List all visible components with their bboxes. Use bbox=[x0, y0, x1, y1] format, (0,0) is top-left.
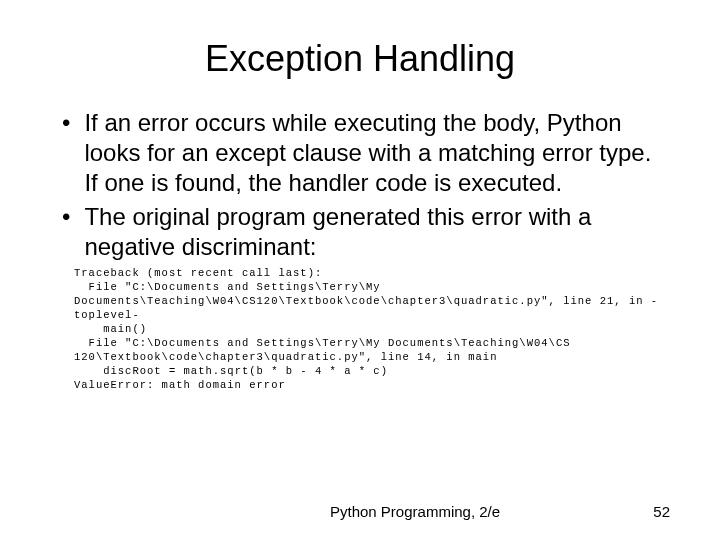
slide-footer: Python Programming, 2/e 52 bbox=[0, 503, 720, 520]
bullet-item: • If an error occurs while executing the… bbox=[62, 108, 660, 198]
bullet-text: If an error occurs while executing the b… bbox=[84, 108, 660, 198]
bullet-marker: • bbox=[62, 108, 70, 138]
bullet-text: The original program generated this erro… bbox=[84, 202, 660, 262]
page-number: 52 bbox=[653, 503, 670, 520]
slide-content: • If an error occurs while executing the… bbox=[50, 108, 670, 392]
bullet-item: • The original program generated this er… bbox=[62, 202, 660, 262]
slide-title: Exception Handling bbox=[50, 38, 670, 80]
traceback-block: Traceback (most recent call last): File … bbox=[74, 266, 660, 392]
bullet-marker: • bbox=[62, 202, 70, 232]
slide-container: Exception Handling • If an error occurs … bbox=[0, 0, 720, 540]
footer-text: Python Programming, 2/e bbox=[330, 503, 500, 520]
